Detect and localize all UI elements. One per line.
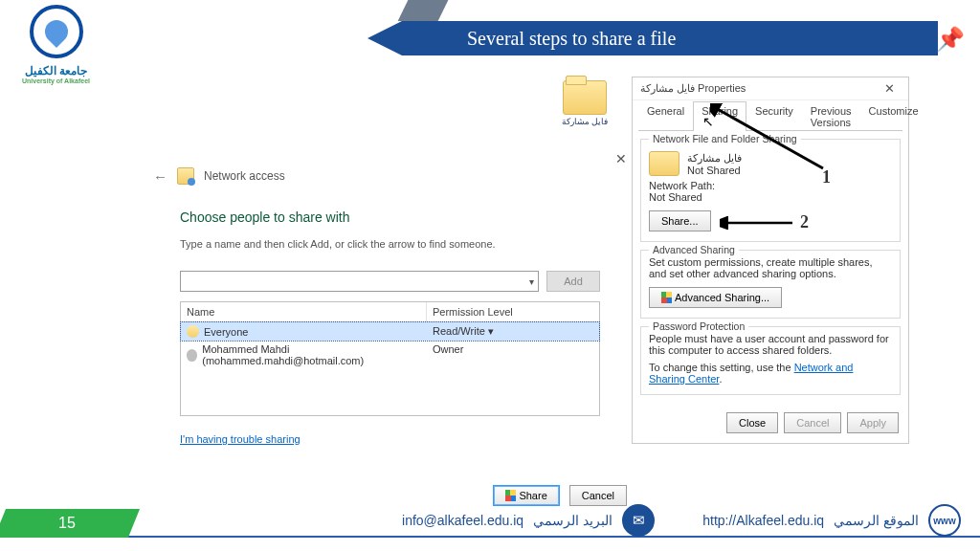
footer-site-link[interactable]: http://Alkafeel.edu.iq [702, 513, 824, 528]
add-button[interactable]: Add [546, 271, 600, 292]
section-password-protection: Password Protection People must have a u… [640, 326, 901, 395]
globe-icon: www [928, 504, 961, 537]
properties-dialog: فايل مشاركة Properties ✕ General Sharing… [632, 77, 909, 444]
share-list: Name Permission Level Everyone Read/Writ… [180, 301, 600, 416]
slide-banner: Several steps to share a file [402, 21, 938, 55]
dialog-header: Network access [204, 169, 285, 183]
cancel-button: Cancel [784, 412, 841, 433]
cancel-button[interactable]: Cancel [569, 485, 627, 506]
desktop-folder[interactable]: فايل مشاركة [556, 80, 613, 126]
close-icon[interactable]: ✕ [878, 81, 901, 96]
advanced-sharing-button[interactable]: Advanced Sharing... [649, 287, 782, 308]
network-path-label: Network Path: [649, 180, 892, 191]
folder-name: فايل مشاركة [687, 152, 742, 165]
group-icon [187, 325, 199, 338]
callout-1: 1 [822, 167, 831, 187]
footer-site: http://Alkafeel.edu.iq الموقع الرسمي www [702, 504, 961, 537]
col-permission[interactable]: Permission Level [427, 302, 599, 321]
dialog-title: فايل مشاركة Properties [640, 82, 746, 95]
share-button[interactable]: Share... [649, 210, 711, 231]
people-combobox[interactable]: ▾ [180, 271, 539, 292]
shield-icon [661, 292, 672, 303]
pw-text-1: People must have a user account and pass… [649, 333, 892, 356]
back-icon[interactable]: ← [153, 168, 167, 185]
folder-icon [563, 80, 607, 115]
footer-email-link[interactable]: info@alkafeel.edu.iq [402, 513, 523, 528]
trouble-sharing-link[interactable]: I'm having trouble sharing [180, 433, 600, 445]
tab-general[interactable]: General [638, 101, 693, 131]
tab-customize[interactable]: Customize [860, 101, 927, 131]
advanced-text: Set custom permissions, create multiple … [649, 256, 892, 279]
instruction-text: Type a name and then click Add, or click… [180, 238, 600, 250]
banner-decor [398, 0, 451, 21]
pin-icon: 📌 [936, 26, 961, 51]
table-row[interactable]: Mohammed Mahdi (mohammed.mahdi@hotmail.c… [181, 341, 599, 369]
footer-email: info@alkafeel.edu.iq البريد الرسمي ✉ [402, 504, 655, 537]
user-icon [187, 349, 197, 362]
share-status: Not Shared [687, 165, 742, 176]
shield-icon [505, 490, 516, 501]
table-row[interactable]: Everyone Read/Write ▾ [181, 322, 599, 341]
page-number-badge: 15 [0, 509, 140, 538]
tab-security[interactable]: Security [746, 101, 802, 131]
tab-sharing[interactable]: Sharing [693, 101, 746, 131]
choose-heading: Choose people to share with [180, 209, 600, 225]
network-access-icon [177, 167, 194, 185]
tab-previous-versions[interactable]: Previous Versions [802, 101, 860, 131]
university-logo: جامعة الكفيل University of Alkafeel [16, 5, 96, 84]
section-network-sharing: Network File and Folder Sharing فايل مشا… [640, 139, 901, 242]
apply-button: Apply [847, 412, 899, 433]
slide-title: Several steps to share a file [467, 28, 676, 50]
share-button[interactable]: Share [493, 485, 559, 506]
folder-icon [649, 151, 679, 176]
col-name[interactable]: Name [181, 302, 427, 321]
network-path-value: Not Shared [649, 191, 892, 203]
mail-icon: ✉ [622, 504, 655, 537]
chevron-down-icon: ▾ [529, 276, 534, 287]
network-access-dialog: ← Network access Choose people to share … [153, 167, 627, 445]
section-advanced-sharing: Advanced Sharing Set custom permissions,… [640, 250, 901, 319]
callout-2: 2 [800, 212, 809, 232]
tab-strip: General Sharing Security Previous Versio… [638, 100, 902, 131]
close-button[interactable]: Close [726, 412, 778, 433]
